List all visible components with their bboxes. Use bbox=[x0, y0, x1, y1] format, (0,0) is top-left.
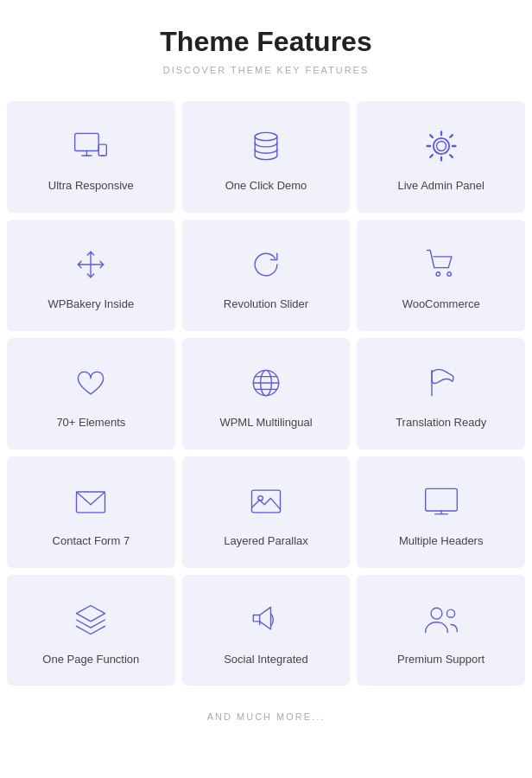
cart-icon bbox=[421, 244, 462, 285]
feature-label-elements-70: 70+ Elements bbox=[56, 416, 125, 430]
feature-label-wpml-multilingual: WPML Multilingual bbox=[219, 416, 312, 430]
feature-label-live-admin-panel: Live Admin Panel bbox=[397, 179, 484, 194]
svg-point-11 bbox=[447, 272, 452, 277]
feature-card-wpbakery-inside: WPBakery Inside bbox=[7, 220, 175, 331]
feature-card-social-integrated: Social Integrated bbox=[182, 575, 351, 686]
feature-label-premium-support: Premium Support bbox=[397, 653, 484, 667]
database-icon bbox=[245, 125, 287, 167]
feature-label-translation-ready: Translation Ready bbox=[396, 416, 486, 430]
megaphone-icon bbox=[245, 599, 287, 641]
monitor-icon bbox=[421, 481, 462, 522]
svg-point-25 bbox=[431, 608, 442, 619]
feature-card-contact-form-7: Contact Form 7 bbox=[7, 456, 175, 568]
feature-label-one-page-function: One Page Function bbox=[42, 653, 139, 667]
arrows-icon bbox=[70, 244, 111, 285]
svg-rect-21 bbox=[425, 488, 457, 511]
responsive-icon bbox=[70, 125, 111, 167]
svg-point-5 bbox=[255, 132, 277, 140]
feature-label-social-integrated: Social Integrated bbox=[224, 653, 308, 667]
users-icon bbox=[421, 599, 462, 641]
feature-card-ultra-responsive: Ultra Responsive bbox=[7, 101, 175, 213]
feature-label-ultra-responsive: Ultra Responsive bbox=[48, 179, 134, 194]
svg-point-26 bbox=[446, 609, 454, 617]
image-icon bbox=[245, 481, 287, 522]
feature-label-revolution-slider: Revolution Slider bbox=[224, 297, 308, 312]
feature-card-wpml-multilingual: WPML Multilingual bbox=[182, 338, 351, 450]
feature-label-woocommerce: WooCommerce bbox=[402, 297, 480, 312]
svg-marker-24 bbox=[77, 605, 105, 621]
feature-card-elements-70: 70+ Elements bbox=[7, 338, 175, 450]
feature-label-contact-form-7: Contact Form 7 bbox=[53, 534, 130, 549]
refresh-icon bbox=[245, 244, 287, 285]
feature-label-wpbakery-inside: WPBakery Inside bbox=[48, 297, 134, 312]
feature-label-one-click-demo: One Click Demo bbox=[225, 179, 307, 194]
globe-icon bbox=[245, 362, 287, 404]
mail-icon bbox=[70, 481, 111, 522]
svg-rect-3 bbox=[98, 144, 106, 156]
svg-point-6 bbox=[436, 142, 446, 151]
svg-point-10 bbox=[436, 272, 440, 277]
feature-label-layered-parallax: Layered Parallax bbox=[224, 534, 308, 549]
feature-card-multiple-headers: Multiple Headers bbox=[357, 456, 525, 568]
svg-rect-0 bbox=[75, 133, 99, 150]
feature-card-live-admin-panel: Live Admin Panel bbox=[357, 101, 525, 213]
page-title: Theme Features bbox=[17, 26, 515, 58]
svg-rect-19 bbox=[251, 490, 280, 513]
feature-card-premium-support: Premium Support bbox=[357, 575, 525, 686]
feature-card-layered-parallax: Layered Parallax bbox=[182, 456, 351, 568]
footer-label: AND MUCH MORE... bbox=[0, 694, 532, 739]
feature-card-translation-ready: Translation Ready bbox=[357, 338, 525, 450]
feature-card-one-page-function: One Page Function bbox=[7, 575, 175, 686]
flag-icon bbox=[421, 362, 462, 404]
feature-card-one-click-demo: One Click Demo bbox=[182, 101, 351, 213]
heart-icon bbox=[70, 362, 111, 404]
gear-icon bbox=[421, 125, 462, 167]
svg-point-7 bbox=[433, 138, 448, 154]
layers-icon bbox=[70, 599, 111, 641]
feature-card-woocommerce: WooCommerce bbox=[357, 220, 525, 331]
feature-label-multiple-headers: Multiple Headers bbox=[399, 534, 484, 549]
feature-card-revolution-slider: Revolution Slider bbox=[182, 220, 351, 331]
features-grid: Ultra ResponsiveOne Click DemoLive Admin… bbox=[0, 92, 532, 694]
page-header: Theme Features DISCOVER THEME KEY FEATUR… bbox=[0, 0, 532, 92]
page-subtitle: DISCOVER THEME KEY FEATURES bbox=[17, 65, 515, 75]
